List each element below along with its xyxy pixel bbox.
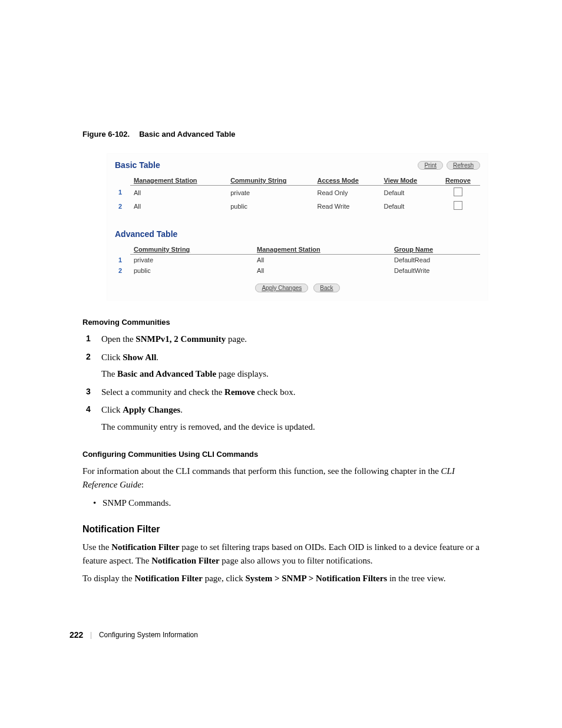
page-number: 222 [70,630,83,640]
step-text: page displays. [216,369,269,378]
step-3: 3 Select a community and check the Remov… [82,386,491,399]
step-2-cont: The Basic and Advanced Table page displa… [101,367,491,381]
notif-text: page, click [203,574,245,583]
cell-comm: private [130,255,253,266]
cell-mgmt: All [130,199,227,213]
basic-table-title: Basic Table [115,160,160,170]
cell-access: Read Only [314,186,381,200]
basic-table: Management Station Community String Acce… [115,174,480,213]
row-number: 1 [115,255,130,266]
cell-view: Default [381,186,436,200]
figure-caption: Figure 6-102.Basic and Advanced Table [82,130,491,139]
step-4-cont: The community entry is removed, and the … [101,420,491,434]
cell-comm: private [227,186,313,200]
step-4: 4 Click Apply Changes. The community ent… [82,403,491,433]
notif-text: in the tree view. [387,574,445,583]
term-notification-filter: Notification Filter [111,542,179,552]
heading-notification-filter: Notification Filter [82,524,491,535]
cli-bullet-list: SNMP Commands. [82,496,491,510]
term-show-all: Show All [123,353,156,362]
table-row: 1 private All DefaultRead [115,255,480,266]
advanced-table-title: Advanced Table [115,229,480,239]
step-text: Open the [101,334,135,344]
apply-changes-button[interactable]: Apply Changes [255,284,308,292]
notification-paragraph-1: Use the Notification Filter page to set … [82,541,491,567]
notif-text: page also allows you to filter notificat… [220,556,373,565]
col-community-string: Community String [227,174,313,186]
col-group-name: Group Name [391,243,480,255]
screenshot-footer-buttons: Apply Changes Back [115,284,480,291]
step-text: Click [101,405,123,414]
chapter-title: Configuring System Information [99,631,198,639]
table-row: 2 public All DefaultWrite [115,265,480,276]
step-text: Click [101,353,123,362]
cell-view: Default [381,199,436,213]
step-number: 3 [86,386,91,398]
remove-checkbox[interactable] [454,187,462,196]
page-footer: 222 | Configuring System Information [70,630,198,640]
list-item: SNMP Commands. [82,496,491,510]
table-row: 1 All private Read Only Default [115,186,480,200]
figure-number: Figure 6-102. [82,130,130,139]
step-number: 4 [86,403,91,416]
back-button[interactable]: Back [313,284,339,292]
cell-comm: public [227,199,313,213]
col-community-string: Community String [130,243,253,255]
notification-paragraph-2: To display the Notification Filter page,… [82,572,491,585]
remove-checkbox[interactable] [454,201,462,210]
step-text: check box. [255,387,296,397]
heading-removing-communities: Removing Communities [82,318,491,327]
cell-mgmt: All [130,186,227,200]
basic-table-header-row: Basic Table Print Refresh [115,160,480,170]
col-remove: Remove [436,174,480,186]
cell-group: DefaultWrite [391,265,480,276]
step-text: page. [226,334,247,344]
step-text: The [101,369,117,378]
step-2: 2 Click Show All. The Basic and Advanced… [82,351,491,381]
figure-title: Basic and Advanced Table [139,130,235,139]
step-text: Select a community and check the [101,387,224,397]
col-access-mode: Access Mode [314,174,381,186]
term-apply-changes: Apply Changes [123,405,180,414]
advanced-table: Community String Management Station Grou… [115,243,480,276]
term-remove: Remove [224,387,255,397]
col-management-station: Management Station [253,243,391,255]
nav-path: System > SNMP > Notification Filters [245,574,387,583]
row-number: 2 [115,199,130,213]
step-1: 1 Open the SNMPv1, 2 Community page. [82,332,491,346]
cell-mgmt: All [253,265,391,276]
step-text: . [180,405,183,414]
cell-mgmt: All [253,255,391,266]
refresh-button[interactable]: Refresh [447,161,480,170]
row-number: 1 [115,186,130,200]
step-number: 1 [86,332,91,345]
term-basic-advanced-table: Basic and Advanced Table [117,369,216,378]
step-number: 2 [86,351,91,363]
cell-access: Read Write [314,199,381,213]
table-row: 2 All public Read Write Default [115,199,480,213]
print-button[interactable]: Print [418,161,443,170]
footer-separator: | [90,631,92,640]
notif-text: Use the [82,542,111,552]
col-view-mode: View Mode [381,174,436,186]
term-notification-filter: Notification Filter [151,556,219,565]
basic-table-buttons: Print Refresh [418,161,480,170]
step-text: . [156,353,158,362]
cli-text: For information about the CLI commands t… [82,466,441,476]
page: Figure 6-102.Basic and Advanced Table Ba… [0,0,562,728]
col-management-station: Management Station [130,174,227,186]
cell-group: DefaultRead [391,255,480,266]
cli-text: : [141,480,144,489]
cell-comm: public [130,265,253,276]
screenshot-basic-advanced-table: Basic Table Print Refresh Management Sta… [106,153,489,301]
heading-configuring-cli: Configuring Communities Using CLI Comman… [82,450,491,459]
term-snmpv12-community: SNMPv1, 2 Community [135,334,226,344]
term-notification-filter: Notification Filter [135,574,203,583]
notif-text: To display the [82,574,135,583]
cli-paragraph: For information about the CLI commands t… [82,465,491,491]
steps-removing-communities: 1 Open the SNMPv1, 2 Community page. 2 C… [82,332,491,433]
row-number: 2 [115,265,130,276]
